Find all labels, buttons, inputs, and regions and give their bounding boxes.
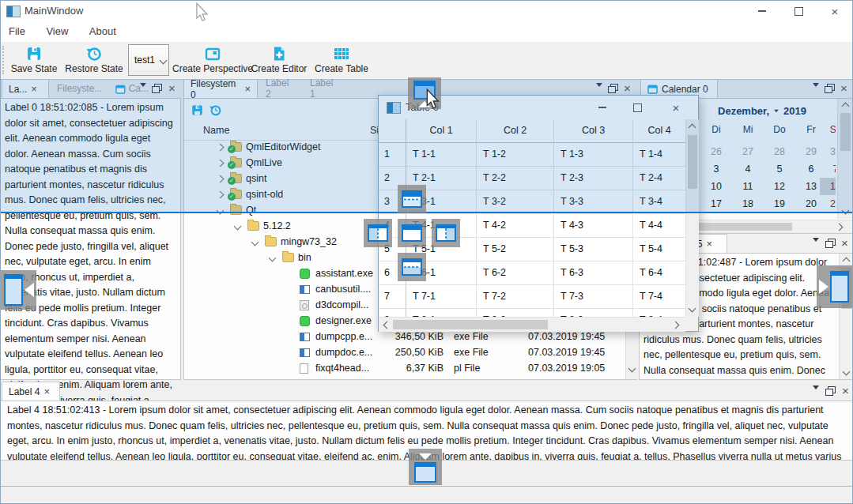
table-cell[interactable]: T 4-2 xyxy=(477,214,554,238)
maximize-button[interactable] xyxy=(780,0,817,22)
table-cell[interactable]: T 6-4 xyxy=(633,261,685,285)
tab-close-icon[interactable]: × xyxy=(43,386,50,397)
folder-icon xyxy=(247,221,259,231)
dock-left-icon xyxy=(367,222,389,244)
restore-state-button[interactable]: Restore State xyxy=(62,44,126,79)
perspective-combobox[interactable]: test1 xyxy=(128,44,169,76)
tree-item-label: canbusutil.... xyxy=(315,284,371,295)
create-editor-button[interactable]: Create Editor xyxy=(247,44,311,79)
dock-drop-left-edge-indicator[interactable] xyxy=(0,270,36,310)
dock-drop-left-indicator[interactable] xyxy=(364,219,392,247)
save-icon xyxy=(25,45,43,62)
table-cell[interactable]: T 8-2 xyxy=(477,309,554,317)
table-cell[interactable]: T 4-3 xyxy=(554,214,633,238)
table-cell[interactable]: T 5-4 xyxy=(633,238,685,261)
menu-view[interactable]: View xyxy=(37,22,77,37)
create-perspective-button[interactable]: Create Perspective xyxy=(171,44,255,79)
toolbar-handle[interactable] xyxy=(2,46,4,74)
close-button[interactable]: × xyxy=(817,0,853,22)
tree-item-label: assistant.exe xyxy=(315,268,373,279)
collapse-icon[interactable] xyxy=(251,239,259,246)
label5-float-button[interactable] xyxy=(828,239,836,246)
tab-label4[interactable]: Label 4 × xyxy=(2,382,60,401)
scroll-right-icon[interactable] xyxy=(836,224,844,231)
folder-icon xyxy=(282,253,294,262)
table-hscrollbar[interactable] xyxy=(379,317,685,332)
create-table-icon xyxy=(333,45,350,62)
save-state-label: Save State xyxy=(11,63,58,74)
menu-about[interactable]: About xyxy=(81,22,125,37)
file-size: 346,50 KiB xyxy=(374,331,443,342)
table-cell[interactable]: T 7-3 xyxy=(554,285,633,309)
tree-item-label: bin xyxy=(298,252,311,263)
create-editor-icon xyxy=(270,45,288,62)
dock-drop-top-indicator[interactable] xyxy=(398,185,426,213)
dock-bottom-edge-icon xyxy=(409,449,442,485)
app-icon xyxy=(6,6,21,17)
file-date: 07.03.2019 19:45 xyxy=(528,331,619,342)
table-row-header[interactable]: 7 xyxy=(379,285,406,309)
dock-drop-right-indicator[interactable] xyxy=(432,219,460,247)
tree-item-label: fixqt4head... xyxy=(315,363,369,374)
menu-file[interactable]: File xyxy=(0,22,34,37)
scroll-down-icon[interactable] xyxy=(689,305,696,313)
close-icon: × xyxy=(841,236,848,250)
perspective-value: test1 xyxy=(134,55,155,66)
table-cell[interactable]: T 6-2 xyxy=(477,261,554,285)
folder-icon xyxy=(265,237,277,246)
file-date: 07.03.2019 19:45 xyxy=(528,347,619,358)
table-cell[interactable]: T 8-4 xyxy=(633,309,685,317)
dock-bottom-icon xyxy=(401,256,423,278)
scroll-up-icon[interactable] xyxy=(843,258,851,265)
scroll-right-icon[interactable] xyxy=(672,322,680,329)
maximize-icon xyxy=(794,7,803,16)
title-bar: MainWindow × xyxy=(0,0,853,22)
table-cell[interactable]: T 4-4 xyxy=(633,214,685,238)
file-type: exe File xyxy=(454,331,517,342)
minimize-button[interactable] xyxy=(744,0,780,22)
restore-state-label: Restore State xyxy=(65,63,123,74)
label4-close-button[interactable]: × xyxy=(842,384,849,398)
table-cell[interactable]: T 8-1 xyxy=(406,309,477,317)
dock-drop-center-indicator[interactable] xyxy=(398,219,426,247)
file-size: 250,50 KiB xyxy=(374,347,443,358)
float-icon xyxy=(828,386,836,393)
file-size: 6,37 KiB xyxy=(374,363,443,374)
create-perspective-label: Create Perspective xyxy=(172,63,253,74)
table-row-header[interactable]: 8 xyxy=(379,309,406,317)
file-icon xyxy=(300,269,310,279)
file-date: 07.03.2019 19:05 xyxy=(528,363,619,374)
scrollbar-thumb[interactable] xyxy=(393,320,548,329)
mouse-cursor xyxy=(425,88,441,114)
tree-item[interactable]: dumpdoc.e...250,50 KiBexe File07.03.2019… xyxy=(184,345,613,361)
create-table-button[interactable]: Create Table xyxy=(311,44,372,79)
scroll-down-icon[interactable] xyxy=(843,368,851,376)
label4-float-button[interactable] xyxy=(828,386,836,393)
dock-top-icon xyxy=(401,188,423,210)
create-perspective-icon xyxy=(204,45,221,62)
float-icon xyxy=(828,239,836,246)
table-cell[interactable]: T 5-3 xyxy=(554,238,633,261)
table-cell[interactable]: T 8-3 xyxy=(554,309,633,317)
table-cell[interactable]: T 7-2 xyxy=(477,285,554,309)
tree-item[interactable]: dumpcpp.e...346,50 KiBexe File07.03.2019… xyxy=(184,329,613,345)
label5-close-button[interactable]: × xyxy=(841,236,848,250)
save-state-button[interactable]: Save State xyxy=(8,44,60,79)
collapse-icon[interactable] xyxy=(269,254,277,262)
dock-drop-bottom-edge-indicator[interactable] xyxy=(409,449,442,485)
dock-drop-right-edge-indicator[interactable] xyxy=(817,265,853,308)
table-cell[interactable]: T 7-4 xyxy=(633,285,685,309)
tree-item[interactable]: fixqt4head...6,37 KiBpl File07.03.2019 1… xyxy=(184,361,613,377)
collapse-icon[interactable] xyxy=(234,223,242,231)
table-cell[interactable]: T 5-2 xyxy=(477,238,554,261)
create-editor-label: Create Editor xyxy=(251,63,308,74)
dock-right-edge-icon xyxy=(817,265,853,308)
scroll-down-icon[interactable] xyxy=(628,365,636,373)
table-cell[interactable]: T 7-1 xyxy=(406,285,477,309)
close-icon: × xyxy=(832,6,839,17)
tab-close-icon[interactable]: × xyxy=(706,238,712,250)
dock-drop-bottom-indicator[interactable] xyxy=(398,253,426,281)
scroll-left-icon[interactable] xyxy=(383,322,391,329)
table-cell[interactable]: T 6-3 xyxy=(554,261,633,285)
file-icon xyxy=(300,363,308,374)
